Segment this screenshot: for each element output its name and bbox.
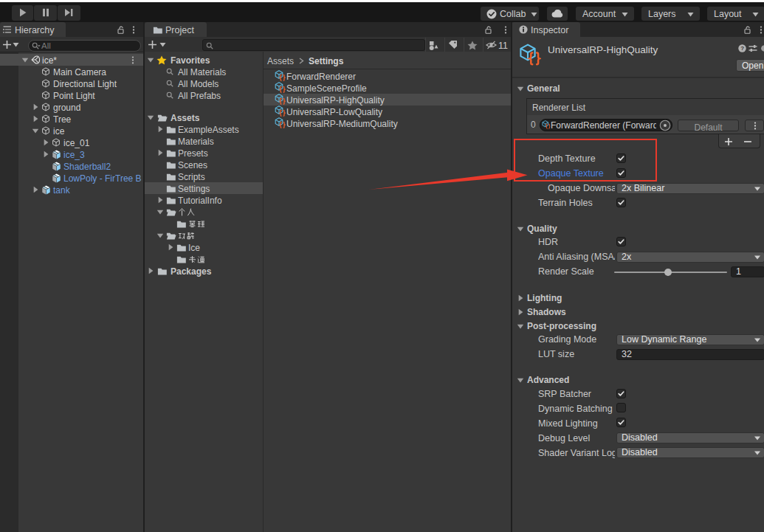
svg-text:?: ? — [740, 45, 744, 52]
